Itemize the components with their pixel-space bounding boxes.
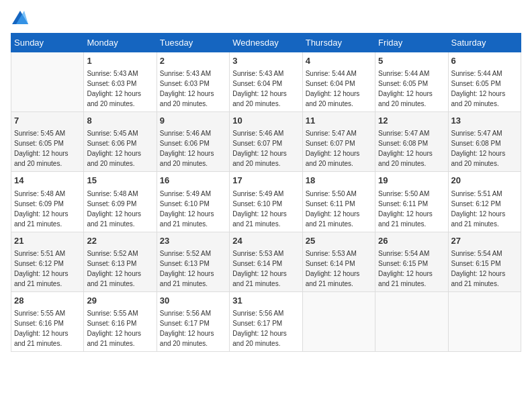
calendar-cell: 24Sunrise: 5:53 AMSunset: 6:14 PMDayligh… bbox=[230, 232, 302, 291]
day-info: Sunrise: 5:53 AMSunset: 6:14 PMDaylight:… bbox=[306, 248, 372, 289]
day-info: Sunrise: 5:55 AMSunset: 6:16 PMDaylight:… bbox=[87, 308, 153, 349]
day-info: Sunrise: 5:43 AMSunset: 6:03 PMDaylight:… bbox=[87, 68, 153, 109]
calendar-cell: 17Sunrise: 5:49 AMSunset: 6:10 PMDayligh… bbox=[230, 172, 302, 232]
logo bbox=[11, 11, 28, 28]
day-number: 11 bbox=[306, 115, 372, 127]
calendar-cell: 8Sunrise: 5:45 AMSunset: 6:06 PMDaylight… bbox=[84, 112, 157, 172]
calendar-cell: 9Sunrise: 5:46 AMSunset: 6:06 PMDaylight… bbox=[157, 112, 229, 172]
calendar-week-1: 1Sunrise: 5:43 AMSunset: 6:03 PMDaylight… bbox=[11, 52, 521, 112]
day-number: 19 bbox=[378, 175, 445, 187]
calendar-cell: 14Sunrise: 5:48 AMSunset: 6:09 PMDayligh… bbox=[11, 172, 84, 232]
day-info: Sunrise: 5:51 AMSunset: 6:12 PMDaylight:… bbox=[451, 189, 518, 229]
day-number: 28 bbox=[14, 295, 81, 307]
day-info: Sunrise: 5:43 AMSunset: 6:04 PMDaylight:… bbox=[232, 68, 299, 109]
day-info: Sunrise: 5:49 AMSunset: 6:10 PMDaylight:… bbox=[232, 189, 299, 229]
day-info: Sunrise: 5:47 AMSunset: 6:07 PMDaylight:… bbox=[306, 128, 372, 169]
day-number: 14 bbox=[14, 175, 81, 187]
day-number: 15 bbox=[87, 175, 153, 187]
day-number: 6 bbox=[451, 55, 518, 67]
calendar-cell: 31Sunrise: 5:56 AMSunset: 6:17 PMDayligh… bbox=[230, 291, 302, 351]
calendar-cell: 21Sunrise: 5:51 AMSunset: 6:12 PMDayligh… bbox=[11, 232, 84, 291]
day-info: Sunrise: 5:56 AMSunset: 6:17 PMDaylight:… bbox=[232, 308, 299, 349]
calendar-cell: 19Sunrise: 5:50 AMSunset: 6:11 PMDayligh… bbox=[375, 172, 448, 232]
weekday-header-wednesday: Wednesday bbox=[230, 34, 302, 52]
calendar-cell: 1Sunrise: 5:43 AMSunset: 6:03 PMDaylight… bbox=[84, 52, 157, 112]
calendar-cell: 10Sunrise: 5:46 AMSunset: 6:07 PMDayligh… bbox=[230, 112, 302, 172]
day-number: 31 bbox=[232, 295, 299, 307]
day-info: Sunrise: 5:44 AMSunset: 6:05 PMDaylight:… bbox=[451, 68, 518, 109]
weekday-header-tuesday: Tuesday bbox=[157, 34, 229, 52]
day-number: 29 bbox=[87, 295, 153, 307]
day-info: Sunrise: 5:46 AMSunset: 6:07 PMDaylight:… bbox=[232, 128, 299, 169]
calendar-cell: 22Sunrise: 5:52 AMSunset: 6:13 PMDayligh… bbox=[84, 232, 157, 291]
day-number: 8 bbox=[87, 115, 153, 127]
calendar-cell: 5Sunrise: 5:44 AMSunset: 6:05 PMDaylight… bbox=[375, 52, 448, 112]
day-info: Sunrise: 5:56 AMSunset: 6:17 PMDaylight:… bbox=[160, 308, 226, 349]
day-number: 20 bbox=[451, 175, 518, 187]
day-number: 5 bbox=[378, 55, 445, 67]
calendar-cell bbox=[11, 52, 84, 112]
calendar-cell: 28Sunrise: 5:55 AMSunset: 6:16 PMDayligh… bbox=[11, 291, 84, 351]
day-number: 17 bbox=[232, 175, 299, 187]
calendar-cell: 18Sunrise: 5:50 AMSunset: 6:11 PMDayligh… bbox=[302, 172, 375, 232]
calendar-cell: 6Sunrise: 5:44 AMSunset: 6:05 PMDaylight… bbox=[448, 52, 521, 112]
day-number: 3 bbox=[232, 55, 299, 67]
day-number: 12 bbox=[378, 115, 445, 127]
calendar-cell: 15Sunrise: 5:48 AMSunset: 6:09 PMDayligh… bbox=[84, 172, 157, 232]
page-header bbox=[11, 11, 521, 28]
day-info: Sunrise: 5:44 AMSunset: 6:05 PMDaylight:… bbox=[378, 68, 445, 109]
day-number: 16 bbox=[160, 175, 226, 187]
day-info: Sunrise: 5:45 AMSunset: 6:05 PMDaylight:… bbox=[14, 128, 81, 169]
day-info: Sunrise: 5:54 AMSunset: 6:15 PMDaylight:… bbox=[378, 248, 445, 289]
day-number: 30 bbox=[160, 295, 226, 307]
day-info: Sunrise: 5:48 AMSunset: 6:09 PMDaylight:… bbox=[87, 189, 153, 229]
day-info: Sunrise: 5:52 AMSunset: 6:13 PMDaylight:… bbox=[160, 248, 226, 289]
weekday-header-sunday: Sunday bbox=[11, 34, 84, 52]
calendar-table: SundayMondayTuesdayWednesdayThursdayFrid… bbox=[11, 33, 521, 352]
day-info: Sunrise: 5:52 AMSunset: 6:13 PMDaylight:… bbox=[87, 248, 153, 289]
logo-icon bbox=[12, 11, 28, 24]
calendar-cell: 3Sunrise: 5:43 AMSunset: 6:04 PMDaylight… bbox=[230, 52, 302, 112]
day-info: Sunrise: 5:47 AMSunset: 6:08 PMDaylight:… bbox=[378, 128, 445, 169]
calendar-week-5: 28Sunrise: 5:55 AMSunset: 6:16 PMDayligh… bbox=[11, 291, 521, 351]
calendar-cell: 30Sunrise: 5:56 AMSunset: 6:17 PMDayligh… bbox=[157, 291, 229, 351]
calendar-cell: 29Sunrise: 5:55 AMSunset: 6:16 PMDayligh… bbox=[84, 291, 157, 351]
calendar-week-3: 14Sunrise: 5:48 AMSunset: 6:09 PMDayligh… bbox=[11, 172, 521, 232]
calendar-cell: 26Sunrise: 5:54 AMSunset: 6:15 PMDayligh… bbox=[375, 232, 448, 291]
day-info: Sunrise: 5:53 AMSunset: 6:14 PMDaylight:… bbox=[232, 248, 299, 289]
day-number: 7 bbox=[14, 115, 81, 127]
day-number: 25 bbox=[306, 235, 372, 247]
weekday-header-monday: Monday bbox=[84, 34, 157, 52]
day-number: 27 bbox=[451, 235, 518, 247]
day-number: 9 bbox=[160, 115, 226, 127]
day-info: Sunrise: 5:48 AMSunset: 6:09 PMDaylight:… bbox=[14, 189, 81, 229]
calendar-cell: 16Sunrise: 5:49 AMSunset: 6:10 PMDayligh… bbox=[157, 172, 229, 232]
day-number: 10 bbox=[232, 115, 299, 127]
calendar-cell: 4Sunrise: 5:44 AMSunset: 6:04 PMDaylight… bbox=[302, 52, 375, 112]
logo-text bbox=[11, 11, 28, 28]
day-number: 21 bbox=[14, 235, 81, 247]
day-number: 23 bbox=[160, 235, 226, 247]
calendar-cell: 27Sunrise: 5:54 AMSunset: 6:15 PMDayligh… bbox=[448, 232, 521, 291]
day-info: Sunrise: 5:43 AMSunset: 6:03 PMDaylight:… bbox=[160, 68, 226, 109]
calendar-cell bbox=[375, 291, 448, 351]
day-info: Sunrise: 5:49 AMSunset: 6:10 PMDaylight:… bbox=[160, 189, 226, 229]
calendar-cell: 13Sunrise: 5:47 AMSunset: 6:08 PMDayligh… bbox=[448, 112, 521, 172]
day-number: 24 bbox=[232, 235, 299, 247]
day-info: Sunrise: 5:46 AMSunset: 6:06 PMDaylight:… bbox=[160, 128, 226, 169]
calendar-cell bbox=[448, 291, 521, 351]
weekday-header-row: SundayMondayTuesdayWednesdayThursdayFrid… bbox=[11, 34, 521, 52]
weekday-header-thursday: Thursday bbox=[302, 34, 375, 52]
day-info: Sunrise: 5:50 AMSunset: 6:11 PMDaylight:… bbox=[378, 189, 445, 229]
day-number: 1 bbox=[87, 55, 153, 67]
day-info: Sunrise: 5:55 AMSunset: 6:16 PMDaylight:… bbox=[14, 308, 81, 349]
calendar-cell bbox=[302, 291, 375, 351]
calendar-cell: 11Sunrise: 5:47 AMSunset: 6:07 PMDayligh… bbox=[302, 112, 375, 172]
calendar-week-2: 7Sunrise: 5:45 AMSunset: 6:05 PMDaylight… bbox=[11, 112, 521, 172]
day-number: 2 bbox=[160, 55, 226, 67]
calendar-cell: 23Sunrise: 5:52 AMSunset: 6:13 PMDayligh… bbox=[157, 232, 229, 291]
day-info: Sunrise: 5:50 AMSunset: 6:11 PMDaylight:… bbox=[306, 189, 372, 229]
day-number: 26 bbox=[378, 235, 445, 247]
calendar-cell: 7Sunrise: 5:45 AMSunset: 6:05 PMDaylight… bbox=[11, 112, 84, 172]
day-number: 22 bbox=[87, 235, 153, 247]
